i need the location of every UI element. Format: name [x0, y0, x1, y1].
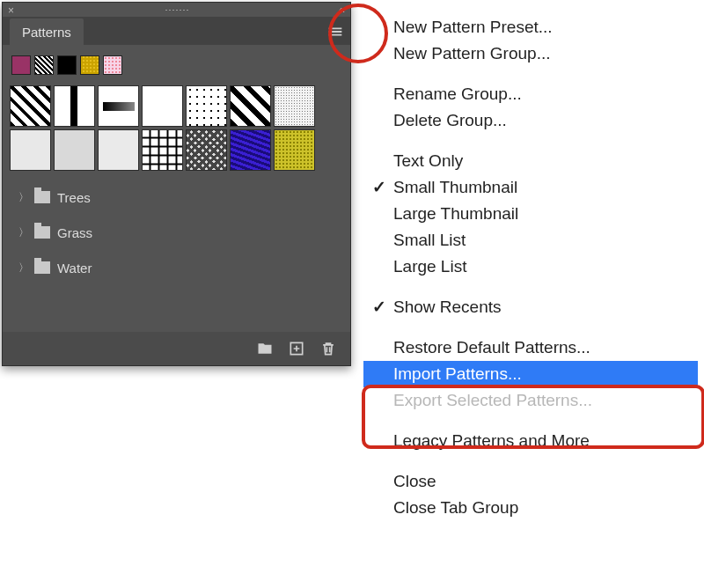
menu-item-rename-group[interactable]: Rename Group...	[363, 81, 698, 107]
menu-separator	[363, 320, 698, 334]
menu-item-large-thumbnail[interactable]: Large Thumbnail	[363, 201, 698, 227]
menu-item-large-list[interactable]: Large List	[363, 254, 698, 280]
menu-separator	[363, 134, 698, 148]
pattern-swatch[interactable]	[186, 85, 227, 127]
menu-item-label: Large List	[393, 257, 466, 276]
folder-icon	[34, 191, 50, 203]
delete-button[interactable]	[319, 339, 338, 358]
pattern-swatch[interactable]	[230, 85, 271, 127]
menu-item-small-thumbnail[interactable]: ✓Small Thumbnail	[363, 174, 698, 201]
menu-item-label: Close	[393, 472, 436, 490]
chevron-right-icon: 〉	[18, 261, 27, 276]
menu-item-close[interactable]: Close	[363, 468, 698, 495]
pattern-swatch[interactable]	[142, 85, 183, 127]
check-icon: ✓	[372, 294, 386, 320]
pattern-grid	[6, 84, 347, 174]
pattern-swatch[interactable]	[10, 85, 51, 127]
recent-swatch[interactable]	[11, 55, 31, 75]
pattern-swatch[interactable]	[54, 129, 95, 171]
new-pattern-button[interactable]	[287, 339, 306, 358]
drag-handle-icon[interactable]	[165, 9, 189, 11]
menu-item-new-pattern-group[interactable]: New Pattern Group...	[363, 40, 698, 67]
menu-item-delete-group[interactable]: Delete Group...	[363, 107, 698, 134]
folder-icon	[34, 261, 50, 274]
menu-item-legacy-patterns-and-more[interactable]: Legacy Patterns and More	[363, 428, 698, 454]
menu-item-label: Delete Group...	[393, 111, 507, 129]
panel-body: 〉 Trees 〉 Grass 〉 Water	[3, 45, 350, 290]
panel-footer	[3, 332, 350, 365]
pattern-swatch[interactable]	[10, 129, 51, 171]
pattern-swatch[interactable]	[186, 129, 227, 171]
folder-grass[interactable]: 〉 Grass	[6, 215, 347, 250]
flyout-menu: New Pattern Preset...New Pattern Group..…	[363, 9, 698, 526]
recents-row	[6, 50, 347, 84]
pattern-swatch[interactable]	[142, 129, 183, 171]
menu-item-label: Large Thumbnail	[393, 204, 518, 223]
flyout-menu-icon[interactable]	[326, 22, 345, 41]
menu-item-label: Rename Group...	[393, 85, 522, 103]
menu-item-label: Legacy Patterns and More	[393, 431, 590, 450]
chevron-right-icon: 〉	[18, 190, 27, 205]
menu-item-label: Small Thumbnail	[393, 178, 517, 196]
menu-separator	[363, 414, 698, 428]
recent-swatch[interactable]	[57, 55, 77, 75]
menu-item-new-pattern-preset[interactable]: New Pattern Preset...	[363, 14, 698, 40]
folder-label: Trees	[57, 190, 91, 205]
pattern-swatch[interactable]	[274, 85, 315, 127]
pattern-swatch[interactable]	[54, 85, 95, 127]
menu-separator	[363, 454, 698, 468]
folder-trees[interactable]: 〉 Trees	[6, 180, 347, 215]
menu-item-label: Export Selected Patterns...	[393, 391, 592, 409]
menu-item-label: Restore Default Patterns...	[393, 338, 590, 356]
menu-item-close-tab-group[interactable]: Close Tab Group	[363, 495, 698, 521]
menu-item-label: New Pattern Preset...	[393, 18, 553, 36]
folder-label: Water	[57, 261, 92, 276]
menu-item-label: Small List	[393, 231, 466, 249]
folder-label: Grass	[57, 225, 92, 240]
menu-item-label: Import Patterns...	[393, 364, 522, 383]
new-group-button[interactable]	[255, 339, 275, 358]
menu-item-show-recents[interactable]: ✓Show Recents	[363, 294, 698, 320]
pattern-swatch[interactable]	[274, 129, 315, 171]
menu-item-label: Text Only	[393, 151, 463, 170]
menu-item-import-patterns[interactable]: Import Patterns...	[363, 361, 698, 387]
menu-item-label: New Pattern Group...	[393, 44, 550, 62]
menu-separator	[363, 67, 698, 81]
menu-item-text-only[interactable]: Text Only	[363, 148, 698, 174]
recent-swatch[interactable]	[34, 55, 54, 75]
folder-water[interactable]: 〉 Water	[6, 250, 347, 285]
check-icon: ✓	[372, 174, 386, 201]
chevron-right-icon: 〉	[18, 225, 27, 240]
folder-icon	[34, 226, 50, 239]
close-icon[interactable]: ×	[8, 4, 14, 17]
collapse-icon[interactable]: «	[339, 4, 345, 16]
tab-row: Patterns	[3, 17, 350, 45]
menu-item-export-selected-patterns: Export Selected Patterns...	[363, 387, 698, 414]
recent-swatch[interactable]	[103, 55, 122, 75]
pattern-swatch[interactable]	[230, 129, 271, 171]
tab-patterns[interactable]: Patterns	[10, 18, 84, 46]
menu-item-label: Close Tab Group	[393, 498, 518, 517]
menu-item-small-list[interactable]: Small List	[363, 227, 698, 254]
folder-list: 〉 Trees 〉 Grass 〉 Water	[6, 174, 347, 285]
pattern-swatch[interactable]	[98, 129, 139, 171]
pattern-swatch[interactable]	[98, 85, 139, 127]
recent-swatch[interactable]	[80, 55, 99, 75]
menu-item-restore-default-patterns[interactable]: Restore Default Patterns...	[363, 334, 698, 361]
patterns-panel: × « Patterns	[2, 2, 351, 366]
menu-item-label: Show Recents	[393, 298, 502, 316]
panel-header[interactable]: × «	[3, 3, 350, 17]
menu-separator	[363, 280, 698, 294]
